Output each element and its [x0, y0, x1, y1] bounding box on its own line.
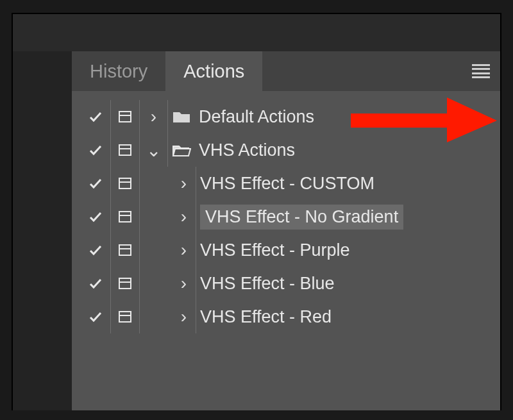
disclosure-toggle[interactable]: › — [140, 233, 196, 267]
toggle-checkbox[interactable] — [81, 276, 110, 291]
tab-history[interactable]: History — [72, 51, 165, 91]
panel-tabbar: History Actions — [72, 51, 500, 91]
actions-list: › Default Actions ⌄ — [72, 91, 500, 333]
check-icon — [87, 176, 104, 191]
disclosure-toggle[interactable]: › — [140, 200, 196, 233]
action-row[interactable]: › VHS Effect - Purple — [72, 233, 500, 267]
toggle-checkbox[interactable] — [81, 209, 110, 224]
toggle-checkbox[interactable] — [81, 109, 110, 124]
chevron-right-icon: › — [181, 206, 187, 227]
dialog-icon — [117, 176, 133, 191]
toggle-dialog[interactable] — [110, 100, 140, 133]
folder-open-icon — [172, 142, 191, 158]
chevron-right-icon: › — [181, 307, 187, 327]
toggle-checkbox[interactable] — [81, 142, 110, 158]
svg-rect-12 — [119, 312, 131, 322]
row-label: VHS Effect - Blue — [196, 274, 500, 294]
toggle-dialog[interactable] — [110, 133, 140, 167]
dialog-icon — [117, 209, 133, 224]
action-set-row[interactable]: ⌄ VHS Actions — [72, 133, 500, 167]
row-label: VHS Effect - Red — [196, 307, 500, 327]
toggle-checkbox[interactable] — [81, 242, 110, 258]
row-label-wrap: VHS Effect - No Gradient — [196, 205, 500, 230]
actions-panel: » History Actions › — [72, 51, 500, 410]
row-label: VHS Actions — [195, 140, 500, 160]
disclosure-toggle[interactable]: ⌄ — [140, 133, 168, 167]
chevron-right-icon: › — [181, 273, 187, 294]
check-icon — [87, 109, 104, 124]
toggle-dialog[interactable] — [110, 267, 140, 300]
disclosure-toggle[interactable]: › — [140, 300, 196, 333]
check-icon — [87, 209, 104, 224]
dialog-icon — [117, 276, 133, 291]
dialog-icon — [117, 109, 133, 124]
disclosure-toggle[interactable]: › — [140, 167, 196, 200]
action-row[interactable]: › VHS Effect - Blue — [72, 267, 500, 300]
toggle-checkbox[interactable] — [81, 176, 110, 191]
window-frame: » History Actions › — [12, 13, 501, 410]
svg-rect-8 — [119, 245, 131, 255]
chevron-down-icon: ⌄ — [146, 140, 161, 161]
action-set-row[interactable]: › Default Actions — [72, 100, 500, 133]
dialog-icon — [117, 142, 133, 158]
svg-rect-6 — [119, 212, 131, 222]
folder-closed-icon — [172, 109, 191, 124]
dock-strip — [13, 51, 72, 410]
svg-rect-0 — [119, 112, 131, 122]
check-icon — [87, 142, 104, 158]
check-icon — [87, 276, 104, 291]
check-icon — [87, 242, 104, 258]
toggle-dialog[interactable] — [110, 233, 140, 267]
row-label: VHS Effect - No Gradient — [200, 205, 403, 230]
svg-rect-2 — [119, 145, 131, 155]
toggle-dialog[interactable] — [110, 167, 140, 200]
row-label: VHS Effect - CUSTOM — [196, 174, 500, 194]
tabbar-spacer — [262, 51, 500, 91]
row-label: VHS Effect - Purple — [196, 240, 500, 260]
svg-rect-4 — [119, 178, 131, 189]
chevron-right-icon: › — [181, 173, 187, 194]
action-row[interactable]: › VHS Effect - CUSTOM — [72, 167, 500, 200]
dialog-icon — [117, 309, 133, 324]
toggle-checkbox[interactable] — [81, 309, 110, 324]
action-row[interactable]: › VHS Effect - Red — [72, 300, 500, 333]
disclosure-toggle[interactable]: › — [140, 267, 196, 300]
folder-icon-wrap — [168, 109, 195, 124]
panel-menu-icon[interactable] — [472, 64, 490, 78]
check-icon — [87, 309, 104, 324]
svg-rect-10 — [119, 278, 131, 289]
row-label: Default Actions — [195, 107, 500, 127]
folder-icon-wrap — [168, 142, 195, 158]
dialog-icon — [117, 242, 133, 258]
toggle-dialog[interactable] — [110, 300, 140, 333]
tab-actions[interactable]: Actions — [165, 51, 262, 91]
toggle-dialog[interactable] — [110, 200, 140, 233]
chevron-right-icon: › — [151, 106, 156, 127]
chevron-right-icon: › — [181, 240, 187, 260]
action-row[interactable]: › VHS Effect - No Gradient — [72, 200, 500, 233]
disclosure-toggle[interactable]: › — [140, 100, 168, 133]
